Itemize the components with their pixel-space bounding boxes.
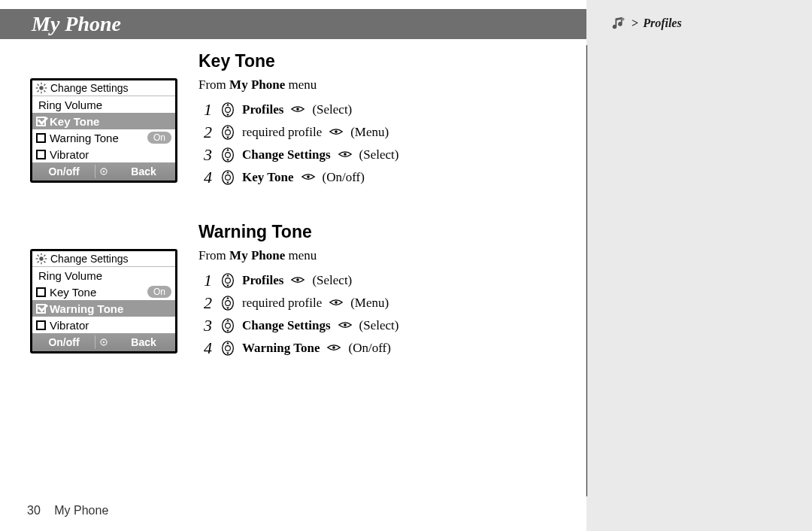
screen-title-bar: Change Settings <box>32 251 175 267</box>
step-number: 3 <box>198 145 212 165</box>
list-item[interactable]: Key Tone On <box>32 284 175 300</box>
step-action: (Select) <box>312 102 352 117</box>
select-key-icon <box>337 317 353 334</box>
step-action: (Select) <box>359 318 399 333</box>
select-key-icon <box>328 295 344 311</box>
section-warning-tone: Change Settings Ring Volume Key Tone On … <box>30 222 571 360</box>
list-item-label: Warning Tone <box>50 132 147 144</box>
checkbox-icon <box>36 117 46 126</box>
step-target: Change Settings <box>242 318 331 333</box>
softkey-bar: On/off Back <box>32 333 175 351</box>
svg-point-17 <box>335 130 338 133</box>
checkbox-icon <box>36 150 46 159</box>
svg-point-40 <box>335 301 338 304</box>
svg-point-1 <box>39 86 43 90</box>
list-item[interactable]: Warning Tone <box>32 300 175 317</box>
step-target: Key Tone <box>242 170 294 185</box>
svg-point-45 <box>226 346 231 351</box>
softkey-left[interactable]: On/off <box>32 162 95 181</box>
screen-title-bar: Change Settings <box>32 80 175 96</box>
softkey-right[interactable]: Back <box>112 162 175 181</box>
step: 4 Key Tone (On/off) <box>198 166 544 189</box>
svg-line-7 <box>44 90 45 92</box>
breadcrumb-arrow: > <box>632 17 638 30</box>
select-key-icon <box>337 147 353 163</box>
svg-point-22 <box>226 175 231 181</box>
from-prefix: From <box>198 248 229 262</box>
svg-point-13 <box>226 108 231 113</box>
step-action: (Menu) <box>350 125 389 140</box>
step-number: 3 <box>198 316 212 335</box>
list-item-label: Key Tone <box>50 115 171 128</box>
section-heading: Warning Tone <box>198 222 544 242</box>
page-header: My Phone <box>0 9 586 39</box>
music-note-icon <box>611 15 627 32</box>
list-item[interactable]: Ring Volume <box>32 267 175 284</box>
step-list: 1 Profiles (Select) 2 required profile (… <box>198 269 544 360</box>
step-plain: required profile <box>242 296 322 311</box>
list-item[interactable]: Key Tone <box>32 113 175 129</box>
softkey-center-icon[interactable] <box>95 162 112 181</box>
from-suffix: menu <box>285 248 317 262</box>
from-bold: My Phone <box>229 77 285 92</box>
section-key-tone: Change Settings Ring Volume Key Tone War… <box>30 51 571 189</box>
step-number: 2 <box>198 123 212 142</box>
status-pill: On <box>147 286 171 298</box>
instructions: Key Tone From My Phone menu 1 Profiles (… <box>198 51 544 189</box>
select-key-icon <box>326 340 342 357</box>
step-target: Profiles <box>242 273 283 288</box>
screen-title: Change Settings <box>50 253 129 265</box>
svg-point-16 <box>226 130 231 135</box>
svg-point-42 <box>226 323 231 329</box>
from-line: From My Phone menu <box>198 248 544 263</box>
step-number: 4 <box>198 168 212 187</box>
step-action: (Menu) <box>350 296 389 311</box>
checkbox-icon <box>36 304 46 314</box>
step-target: Change Settings <box>242 147 331 162</box>
svg-point-19 <box>226 153 231 158</box>
checkbox-icon <box>36 320 46 330</box>
page-footer: 30 My Phone <box>27 504 108 517</box>
nav-key-icon <box>220 317 236 334</box>
list-item[interactable]: Vibrator <box>32 317 175 333</box>
instructions: Warning Tone From My Phone menu 1 Profil… <box>198 222 544 360</box>
list-item-label: Ring Volume <box>38 99 171 111</box>
svg-point-23 <box>307 175 310 178</box>
step-plain: required profile <box>242 125 322 140</box>
softkey-bar: On/off Back <box>32 162 175 181</box>
list-item-label: Vibrator <box>50 148 171 161</box>
select-key-icon <box>328 124 344 141</box>
softkey-center-icon[interactable] <box>95 333 112 351</box>
step-target: Warning Tone <box>242 341 320 356</box>
svg-line-6 <box>38 84 39 86</box>
page-title: My Phone <box>32 12 121 35</box>
status-pill: On <box>147 132 171 144</box>
svg-line-8 <box>38 90 39 92</box>
step-action: (On/off) <box>348 341 390 356</box>
breadcrumb-label: Profiles <box>643 17 682 30</box>
list-item[interactable]: Ring Volume <box>32 96 175 113</box>
step: 3 Change Settings (Select) <box>198 314 544 337</box>
gear-icon <box>35 82 47 94</box>
svg-point-11 <box>103 171 105 173</box>
gear-icon <box>35 253 47 265</box>
svg-point-20 <box>344 153 347 156</box>
svg-line-29 <box>38 255 39 256</box>
step-list: 1 Profiles (Select) 2 required profile (… <box>198 99 544 189</box>
step: 2 required profile (Menu) <box>198 121 544 144</box>
svg-point-37 <box>297 278 300 281</box>
list-item[interactable]: Vibrator <box>32 146 175 162</box>
step-action: (Select) <box>312 273 352 288</box>
softkey-left[interactable]: On/off <box>32 333 95 351</box>
select-key-icon <box>300 169 317 186</box>
select-key-icon <box>289 272 306 289</box>
nav-key-icon <box>220 147 236 163</box>
from-suffix: menu <box>285 77 317 92</box>
step: 4 Warning Tone (On/off) <box>198 337 544 360</box>
list-item[interactable]: Warning Tone On <box>32 129 175 146</box>
screen-title: Change Settings <box>50 82 129 94</box>
svg-point-0 <box>621 17 624 20</box>
list-item-label: Vibrator <box>50 319 171 332</box>
page-number: 30 <box>27 504 41 517</box>
softkey-right[interactable]: Back <box>112 333 175 351</box>
